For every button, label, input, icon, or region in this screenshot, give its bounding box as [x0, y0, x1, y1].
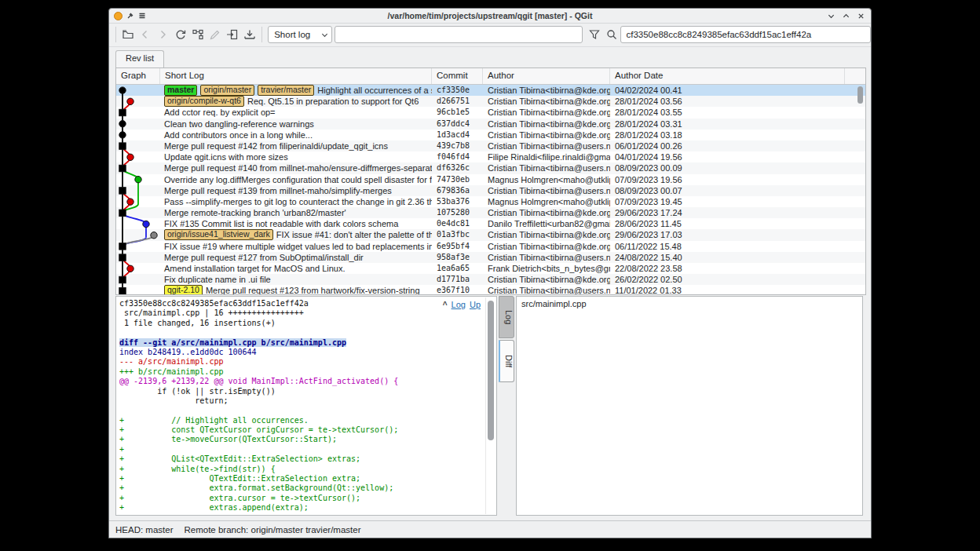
commit-cell: 6e95bf4 — [432, 241, 483, 252]
minimize-button[interactable] — [828, 13, 835, 20]
table-row[interactable]: origin/compile-w-qt6Req. Qt5.15 in prepa… — [116, 96, 865, 107]
table-row[interactable]: FIX #135 Commit list is not readable wit… — [116, 218, 865, 229]
commit-cell: 958af3e — [432, 252, 483, 263]
table-row[interactable]: Merge pull request #140 from millnet-mah… — [116, 162, 865, 173]
diff-line: + QTextEdit::ExtraSelection extra; — [119, 474, 484, 483]
commit-cell: 74730eb — [432, 174, 483, 185]
short-log-cell: origin/issue41_listview_darkFIX issue #4… — [160, 229, 432, 240]
back-button[interactable] — [137, 26, 154, 44]
graph-cell — [116, 229, 160, 240]
author-cell: Cristian Tibirna<tibirna@kde.org> — [483, 229, 610, 240]
diff-line: if (!ok || str.isEmpty()) — [119, 387, 484, 396]
graph-cell — [116, 130, 160, 140]
apply-patch-button[interactable] — [224, 26, 241, 44]
table-row[interactable]: Amend installation target for MacOS and … — [116, 263, 865, 274]
table-row[interactable]: Merge remote-tracking branch 'urban82/ma… — [116, 207, 865, 218]
arrow-into-document-icon — [226, 28, 239, 41]
short-log-cell: Add contributors once in a long while... — [160, 130, 432, 140]
table-row[interactable]: Override any log.diffMerges configuratio… — [116, 174, 865, 185]
column-header-author-date[interactable]: Author Date — [610, 68, 845, 84]
diff-line: index b248419..e1dd0dc 100644 — [119, 348, 484, 357]
table-row[interactable]: qgit-2.10Merge pull request #123 from ha… — [116, 285, 865, 295]
table-row[interactable]: Update qgit.icns with more sizesf046fd4F… — [116, 151, 865, 162]
rev-table-body: masterorigin/mastertravier/masterHighlig… — [116, 85, 865, 295]
author-cell: Magnus Holmgren<maho@utklipp... — [483, 196, 610, 207]
tab-log[interactable]: Log — [499, 296, 514, 338]
column-header-author[interactable]: Author — [483, 68, 610, 84]
column-header-shortlog[interactable]: Short Log — [160, 68, 432, 84]
titlebar[interactable]: /var/home/tim/projects/upstream/qgit [ma… — [109, 9, 871, 24]
graph-cell — [116, 218, 160, 229]
edit-button[interactable] — [207, 26, 224, 44]
author-cell: Frank Dietrich<bits_n_bytes@gmx.... — [483, 263, 610, 274]
graph-cell — [116, 196, 160, 207]
up-link[interactable]: Up — [470, 300, 481, 309]
maximize-button[interactable] — [843, 13, 850, 20]
short-log-cell: Override any log.diffMerges configuratio… — [160, 174, 432, 185]
author-cell: Cristian Tibirna<tibirna@kde.org> — [483, 85, 610, 96]
sha-input[interactable] — [620, 26, 870, 43]
forward-button[interactable] — [154, 26, 171, 44]
date-cell: 28/06/2023 11.45 — [610, 218, 845, 229]
file-list-item[interactable]: src/mainimpl.cpp — [517, 297, 862, 311]
filter-button[interactable] — [586, 26, 603, 44]
graph-cell — [116, 162, 160, 173]
commit-cell: 1d3acd4 — [432, 130, 483, 140]
table-row[interactable]: Merge pull request #127 from SubOptimal/… — [116, 252, 865, 263]
close-button[interactable] — [858, 13, 865, 20]
find-button[interactable] — [603, 26, 620, 44]
diff-scrollbar[interactable] — [485, 297, 495, 514]
date-cell: 04/02/2024 00.41 — [610, 85, 845, 96]
author-cell: Cristian Tibirna<tibirna@kde.org> — [483, 96, 610, 107]
date-cell: 24/08/2022 15.40 — [610, 252, 845, 263]
commit-cell: 53ba376 — [432, 196, 483, 207]
date-cell: 28/01/2024 03.56 — [610, 96, 845, 107]
view-ranges-button[interactable] — [189, 26, 207, 44]
table-row[interactable]: FIX issue #19 where multiple widget valu… — [116, 241, 865, 252]
column-header-commit[interactable]: Commit — [432, 68, 483, 84]
table-row[interactable]: Add cctor req. by explicit op=96cb1e5Cri… — [116, 107, 865, 118]
table-row[interactable]: Fix duplicate name in .ui filed1771baCri… — [116, 274, 865, 285]
pin-icon[interactable] — [126, 12, 134, 20]
date-cell: 29/06/2023 17.24 — [610, 207, 845, 218]
table-row[interactable]: Clean two dangling-reference warnings637… — [116, 119, 865, 130]
author-cell: Cristian Tibirna<tibirna@kde.org> — [483, 107, 610, 118]
table-row[interactable]: origin/issue41_listview_darkFIX issue #4… — [116, 229, 865, 240]
short-log-cell: qgit-2.10Merge pull request #123 from ha… — [160, 285, 432, 295]
date-cell: 04/01/2024 19.56 — [610, 151, 845, 162]
column-header-graph[interactable]: Graph — [116, 68, 160, 84]
collapse-caret-icon[interactable]: ^ — [443, 301, 448, 309]
log-link[interactable]: Log — [452, 300, 466, 309]
ref-badge: travier/master — [258, 85, 314, 96]
screen: /var/home/tim/projects/upstream/qgit [ma… — [0, 0, 980, 551]
menu-icon[interactable] — [138, 12, 146, 20]
rev-list-scrollbar[interactable] — [856, 85, 865, 295]
table-row[interactable]: Add contributors once in a long while...… — [116, 130, 865, 140]
refresh-button[interactable] — [171, 26, 188, 44]
graph-cell — [116, 207, 160, 218]
open-repository-button[interactable] — [119, 26, 137, 44]
tab-diff[interactable]: Diff — [499, 340, 514, 382]
table-row[interactable]: Merge pull request #139 from millnet-mah… — [116, 185, 865, 196]
diff-content[interactable]: cf3350e88cc8c8249385efac63ddf15ac1eff42a… — [119, 299, 484, 513]
pencil-icon — [209, 28, 221, 41]
date-cell: 08/09/2023 00.07 — [610, 185, 845, 196]
table-row[interactable]: Pass --simplify-merges to git log to cou… — [116, 196, 865, 207]
search-input[interactable] — [335, 26, 583, 43]
date-cell: 07/09/2023 19.56 — [610, 174, 845, 185]
main-tabbar: Rev list — [115, 50, 164, 68]
folder-icon — [122, 28, 134, 41]
table-row[interactable]: Merge pull request #142 from filiperinal… — [116, 140, 865, 151]
save-patch-button[interactable] — [241, 26, 258, 44]
date-cell: 28/01/2024 03.55 — [610, 107, 845, 118]
tab-rev-list[interactable]: Rev list — [115, 50, 164, 68]
log-view-select[interactable]: Short log — [268, 26, 331, 43]
commit-cell: 0e4dc81 — [432, 218, 483, 229]
diff-line: src/mainimpl.cpp | 16 ++++++++++++++++ — [119, 308, 484, 318]
diff-line: + // Highlight all occurrences. — [119, 416, 484, 425]
diff-line: +++ b/src/mainimpl.cpp — [119, 367, 484, 377]
table-row[interactable]: masterorigin/mastertravier/masterHighlig… — [116, 85, 865, 96]
date-cell: 22/08/2022 23.58 — [610, 263, 845, 274]
files-panel: src/mainimpl.cpp — [516, 296, 863, 516]
commit-cell: 1075280 — [432, 207, 483, 218]
